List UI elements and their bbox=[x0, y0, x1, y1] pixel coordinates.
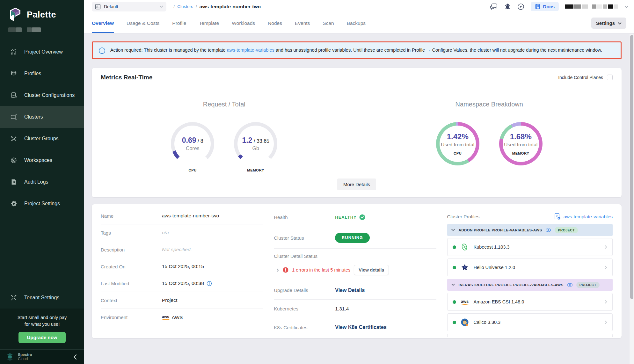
cpu-request-value: 0.69 bbox=[182, 136, 196, 144]
upgrade-promo: Start small and only pay for what you us… bbox=[0, 309, 84, 349]
bug-report-icon[interactable] bbox=[504, 3, 511, 10]
template-variables-link[interactable]: aws-template-variables bbox=[554, 213, 613, 220]
addon-profile-group-header[interactable]: ADDON PROFILE PROFILE-VARIABLES-AWS PROJ… bbox=[447, 224, 613, 236]
sidebar-item-clusters[interactable]: Clusters bbox=[0, 106, 84, 128]
sidebar-item-project-overview[interactable]: Project Overview bbox=[0, 41, 84, 63]
page-scrollbar[interactable] bbox=[630, 34, 634, 364]
detail-row-health: Health HEALTHY bbox=[274, 207, 436, 227]
chevron-right-icon bbox=[604, 320, 607, 324]
cpu-unit: Cores bbox=[186, 146, 200, 151]
sidebar-item-cluster-configurations[interactable]: Cluster Configurations bbox=[0, 84, 84, 106]
upgrade-view-details-link[interactable]: View Details bbox=[335, 288, 436, 293]
namespace-breakdown-title: Namespace Breakdown bbox=[455, 101, 523, 108]
project-selector[interactable]: Default bbox=[92, 2, 166, 11]
tab-overview[interactable]: Overview bbox=[92, 13, 114, 33]
profile-group-name: ADDON PROFILE PROFILE-VARIABLES-AWS bbox=[459, 228, 542, 232]
profile-pack-row-calico[interactable]: Calico 3.30.3 bbox=[447, 313, 613, 331]
include-control-planes-checkbox[interactable] bbox=[607, 75, 613, 80]
tab-profile[interactable]: Profile bbox=[172, 13, 186, 33]
infrastructure-profile-group-header[interactable]: INFRASTRUCTURE PROFILE PROFILE-VARIABLES… bbox=[447, 279, 613, 291]
chevron-right-icon bbox=[604, 245, 607, 249]
upgrade-now-button[interactable]: Upgrade now bbox=[18, 332, 65, 343]
more-details-button[interactable]: More Details bbox=[337, 178, 376, 190]
profile-pack-row-kubecost[interactable]: Kubecost 1.103.3 bbox=[447, 238, 613, 256]
detail-row-cluster-status: Cluster Status RUNNING bbox=[274, 227, 436, 249]
feedback-chat-icon[interactable] bbox=[490, 3, 498, 10]
sidebar-item-label: Project Overview bbox=[24, 49, 63, 55]
document-check-icon bbox=[554, 213, 561, 220]
breadcrumb-clusters-link[interactable]: Clusters bbox=[177, 4, 193, 9]
cluster-info-column: Name aws-template-number-two Tags n/a De… bbox=[101, 207, 263, 338]
detail-row-environment: Environment awsAWS bbox=[101, 309, 263, 326]
pack-name: Calico 3.30.3 bbox=[474, 320, 501, 325]
sidebar-item-workspaces[interactable]: Workspaces bbox=[0, 149, 84, 171]
kubecost-icon bbox=[461, 243, 469, 251]
docs-button[interactable]: Docs bbox=[531, 2, 559, 11]
cluster-status-column: Health HEALTHY Cluster Status RUNNING Cl… bbox=[274, 207, 436, 338]
kubernetes-version-value: 1.31.4 bbox=[335, 306, 436, 312]
book-icon bbox=[535, 4, 540, 9]
clusters-icon bbox=[10, 113, 17, 120]
breadcrumb: / Clusters / aws-template-number-two bbox=[173, 4, 261, 10]
profile-group-name: INFRASTRUCTURE PROFILE PROFILE-VARIABLES… bbox=[459, 283, 564, 287]
expand-chevron-icon[interactable] bbox=[276, 268, 279, 272]
tab-scan[interactable]: Scan bbox=[323, 13, 334, 33]
sidebar-item-audit-logs[interactable]: Audit Logs bbox=[0, 171, 84, 193]
promo-text-line2: for what you use! bbox=[4, 321, 80, 327]
template-variables-label: aws-template-variables bbox=[564, 214, 613, 219]
breadcrumb-current: aws-template-number-two bbox=[200, 4, 261, 10]
tags-value: n/a bbox=[162, 230, 263, 236]
cpu-gauge: 0.69 / 8 Cores CPU bbox=[171, 122, 214, 172]
cluster-profiles-column: Cluster Profiles aws-template-variables bbox=[447, 207, 613, 338]
tab-template[interactable]: Template bbox=[199, 13, 219, 33]
view-k8s-certificates-link[interactable]: View K8s Certificates bbox=[335, 324, 436, 330]
tab-backups[interactable]: Backups bbox=[347, 13, 366, 33]
compass-help-icon[interactable] bbox=[517, 3, 524, 10]
sidebar-item-cluster-groups[interactable]: Cluster Groups bbox=[0, 128, 84, 149]
profile-pack-row-partial[interactable] bbox=[447, 334, 613, 337]
cpu-gauge-label: CPU bbox=[188, 168, 197, 172]
network-icon bbox=[10, 135, 17, 142]
tabbar: Overview Usage & Costs Profile Template … bbox=[84, 13, 634, 33]
sidebar-item-label: Cluster Configurations bbox=[24, 92, 75, 98]
view-error-details-button[interactable]: View details bbox=[354, 265, 389, 275]
alert-template-link[interactable]: aws-template-variables bbox=[227, 47, 274, 53]
user-menu-chevron-icon[interactable] bbox=[624, 5, 628, 8]
tab-nodes[interactable]: Nodes bbox=[268, 13, 282, 33]
environment-value: AWS bbox=[172, 315, 183, 320]
link-icon bbox=[545, 228, 551, 232]
redacted-text bbox=[16, 27, 22, 32]
tab-usage-costs[interactable]: Usage & Costs bbox=[127, 13, 159, 33]
project-chart-icon bbox=[95, 4, 101, 10]
redacted-text bbox=[582, 4, 588, 9]
profile-pack-row-amazon-ebs-csi[interactable]: aws Amazon EBS CSI 1.48.0 bbox=[447, 293, 613, 311]
scrollbar-thumb[interactable] bbox=[630, 35, 633, 299]
include-control-planes-label: Include Control Planes bbox=[558, 75, 603, 80]
sidebar-item-label: Clusters bbox=[24, 114, 43, 120]
breadcrumb-separator: / bbox=[196, 4, 197, 9]
sidebar-item-project-settings[interactable]: Project Settings bbox=[0, 193, 84, 215]
detail-label: Cluster Detail Status bbox=[274, 253, 317, 259]
context-value: Project bbox=[162, 297, 263, 303]
clipboard-check-icon bbox=[10, 92, 17, 99]
collapse-sidebar-icon[interactable] bbox=[73, 354, 77, 360]
detail-row-k8s-certificates: K8s Certificates View K8s Certificates bbox=[274, 318, 436, 337]
metrics-card: Metrics Real-Time Include Control Planes… bbox=[92, 68, 622, 197]
redacted-username bbox=[565, 4, 618, 9]
detail-label: Context bbox=[101, 298, 162, 303]
tab-workloads[interactable]: Workloads bbox=[232, 13, 255, 33]
pack-status-dot bbox=[453, 245, 456, 249]
settings-button[interactable]: Settings bbox=[591, 18, 626, 29]
memory-used-percent: 1.68% bbox=[510, 132, 532, 141]
detail-label: Created On bbox=[101, 264, 162, 269]
project-badge: PROJECT bbox=[555, 227, 578, 233]
sidebar-item-tenant-settings[interactable]: Tenant Settings bbox=[0, 287, 84, 309]
sidebar-item-profiles[interactable]: Profiles bbox=[0, 63, 84, 84]
info-icon[interactable] bbox=[207, 281, 212, 286]
detail-label: Upgrade Details bbox=[274, 288, 335, 293]
pack-name: Kubecost 1.103.3 bbox=[474, 244, 510, 250]
profile-pack-row-hello-universe[interactable]: Hello Universe 1.2.0 bbox=[447, 258, 613, 276]
collapse-chevron-icon bbox=[451, 229, 455, 231]
tab-events[interactable]: Events bbox=[295, 13, 310, 33]
cpu-total-value: / 8 bbox=[198, 138, 203, 144]
